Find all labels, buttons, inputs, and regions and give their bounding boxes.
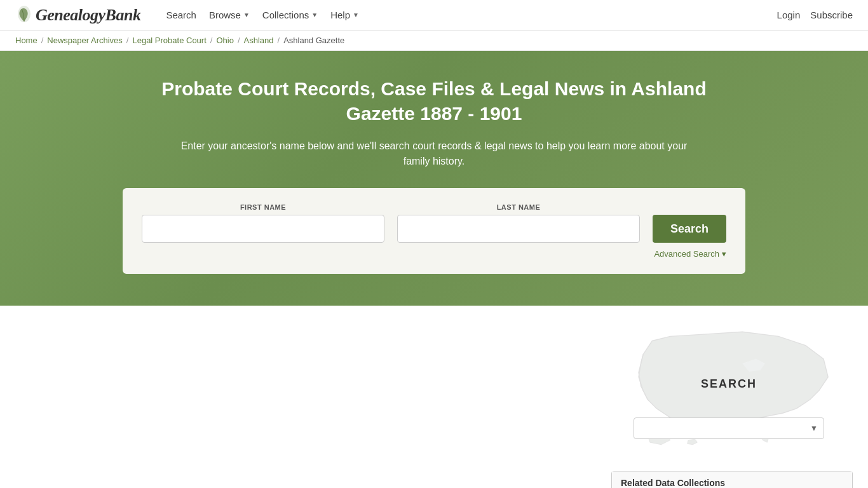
main-nav: Search Browse ▼ Collections ▼ Help ▼ xyxy=(166,10,359,20)
hero-subtitle: Enter your ancestor's name below and we'… xyxy=(167,139,701,169)
breadcrumb-ashland[interactable]: Ashland xyxy=(244,36,274,45)
advanced-search-link[interactable]: Advanced Search ▾ xyxy=(654,249,726,259)
content-right: SEARCH ▼ Related Data Collections xyxy=(611,318,853,488)
nav-item-search[interactable]: Search xyxy=(166,10,196,20)
breadcrumb-sep-5: / xyxy=(278,36,280,45)
breadcrumb-home[interactable]: Home xyxy=(15,36,37,45)
breadcrumb-ohio[interactable]: Ohio xyxy=(216,36,233,45)
last-name-group: LAST NAME xyxy=(397,203,640,243)
breadcrumb-current: Ashland Gazette xyxy=(283,36,344,45)
browse-chevron-icon: ▼ xyxy=(243,11,250,18)
subscribe-button[interactable]: Subscribe xyxy=(810,10,853,20)
first-name-input[interactable] xyxy=(142,215,384,243)
last-name-label: LAST NAME xyxy=(397,203,640,211)
search-fields-row: FIRST NAME LAST NAME Search xyxy=(142,203,726,243)
header-auth: Login Subscribe xyxy=(777,10,853,20)
help-chevron-icon: ▼ xyxy=(353,11,359,18)
breadcrumb-legal-probate-court[interactable]: Legal Probate Court xyxy=(132,36,206,45)
header: GenealogyBank Search Browse ▼ Collection… xyxy=(0,0,868,30)
search-form: FIRST NAME LAST NAME Search Advanced Sea… xyxy=(123,188,745,274)
breadcrumb-sep-3: / xyxy=(210,36,213,45)
hero-title: Probate Court Records, Case Files & Lega… xyxy=(148,76,720,126)
search-button[interactable]: Search xyxy=(653,215,726,243)
map-search-widget: SEARCH ▼ xyxy=(611,318,853,458)
last-name-input[interactable] xyxy=(397,215,640,243)
login-button[interactable]: Login xyxy=(777,10,801,20)
map-search-label: SEARCH xyxy=(701,377,757,391)
content-left xyxy=(15,318,599,488)
hero-section: Probate Court Records, Case Files & Lega… xyxy=(0,51,868,306)
main-content: SEARCH ▼ Related Data Collections xyxy=(0,306,868,488)
advanced-search-row: Advanced Search ▾ xyxy=(142,249,726,259)
first-name-group: FIRST NAME xyxy=(142,203,384,243)
breadcrumb-sep-2: / xyxy=(126,36,129,45)
advanced-search-chevron-icon: ▾ xyxy=(722,249,726,259)
map-dropdown-row: ▼ xyxy=(634,417,824,439)
logo-text: GenealogyBank xyxy=(36,6,140,25)
breadcrumb-sep-4: / xyxy=(238,36,240,45)
nav-item-collections[interactable]: Collections ▼ xyxy=(262,10,318,20)
logo-leaf-icon xyxy=(15,5,33,25)
map-dropdown-wrapper: ▼ xyxy=(634,417,824,439)
related-collections: Related Data Collections xyxy=(611,471,853,488)
map-container: SEARCH ▼ xyxy=(611,318,846,458)
collections-chevron-icon: ▼ xyxy=(311,11,318,18)
first-name-label: FIRST NAME xyxy=(142,203,384,211)
map-state-dropdown[interactable] xyxy=(634,417,824,439)
logo[interactable]: GenealogyBank xyxy=(15,5,140,25)
related-collections-title: Related Data Collections xyxy=(612,471,852,488)
nav-item-browse[interactable]: Browse ▼ xyxy=(209,10,250,20)
nav-item-help[interactable]: Help ▼ xyxy=(330,10,359,20)
breadcrumb: Home / Newspaper Archives / Legal Probat… xyxy=(0,30,868,51)
breadcrumb-sep-1: / xyxy=(41,36,44,45)
breadcrumb-newspaper-archives[interactable]: Newspaper Archives xyxy=(47,36,123,45)
